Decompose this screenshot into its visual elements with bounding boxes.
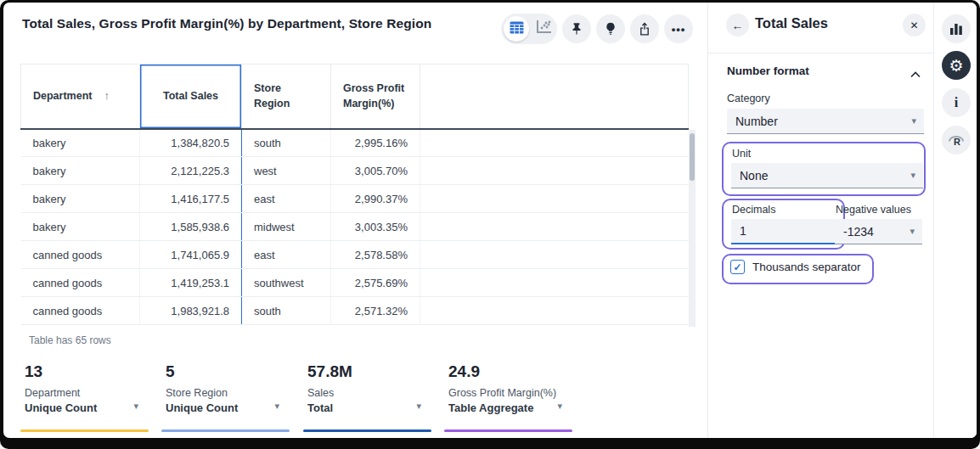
category-value: Number (735, 115, 778, 128)
scatter-chart-icon (536, 20, 551, 37)
format-panel: ← Total Sales ✕ Number format Category N… (707, 3, 934, 438)
check-icon: ✓ (733, 261, 741, 273)
app-content: Total Sales, Gross Profit Margin(%) by D… (3, 3, 977, 438)
stat-label: Gross Profit Margin(%) (444, 387, 572, 399)
stat-department: 13 Department Unique Count ▾ (20, 362, 149, 432)
stat-aggregation-dropdown[interactable]: Table Aggregate (444, 401, 572, 414)
decimals-input[interactable] (731, 219, 835, 244)
caret-down-icon[interactable]: ▾ (133, 401, 138, 412)
stat-sales: 57.8M Sales Total ▾ (303, 362, 431, 432)
lightbulb-icon (603, 21, 618, 36)
svg-text:R: R (954, 137, 960, 147)
stat-value: 5 (161, 362, 290, 381)
info-icon: i (955, 95, 958, 110)
share-button[interactable] (630, 14, 659, 43)
close-button[interactable]: ✕ (903, 14, 926, 36)
table-row: canned goods 1,983,921.8 south 2,571.32% (21, 297, 689, 325)
chart-view-button[interactable] (529, 20, 557, 37)
stat-label: Department (20, 387, 149, 399)
table-row: bakery 2,121,225.3 west 3,005.70% (21, 157, 689, 185)
caret-down-icon[interactable]: ▾ (274, 401, 279, 412)
caret-down-icon[interactable]: ▾ (416, 401, 421, 412)
table-row: bakery 1,585,938.6 midwest 3,003.35% (21, 213, 689, 241)
table-row: canned goods 1,741,065.9 east 2,578.58% (21, 241, 689, 269)
caret-down-icon: ▾ (910, 226, 915, 237)
negative-values-value: -1234 (843, 225, 874, 239)
insights-button[interactable] (596, 14, 625, 43)
table-row: bakery 1,416,177.5 east 2,990.37% (21, 185, 689, 213)
back-button[interactable]: ← (726, 14, 749, 36)
decimals-label: Decimals (732, 204, 775, 216)
unit-select[interactable]: None ▾ (731, 163, 923, 188)
r-analysis-button[interactable]: R (942, 126, 971, 154)
stat-value: 57.8M (303, 362, 431, 381)
stat-underline (303, 429, 431, 432)
table-header-row: Department↑ Total Sales Store Region Gro… (21, 65, 689, 129)
stat-aggregation-dropdown[interactable]: Unique Count (20, 401, 149, 414)
table-body: bakery 1,384,820.5 south 2,995.16% baker… (21, 129, 689, 325)
table-row: canned goods 1,419,253.1 southwest 2,575… (21, 269, 689, 297)
chart-config-button[interactable] (942, 14, 971, 43)
unit-label: Unit (732, 148, 751, 160)
gear-icon: ⚙ (949, 56, 963, 76)
stat-aggregation-dropdown[interactable]: Unique Count (161, 401, 290, 414)
stat-value: 24.9 (444, 362, 572, 381)
info-button[interactable]: i (942, 88, 971, 117)
table-row-count: Table has 65 rows (29, 334, 111, 346)
column-header-store-region[interactable]: Store Region (242, 65, 331, 129)
table-grid-icon (510, 21, 524, 37)
unit-value: None (740, 169, 768, 182)
close-icon: ✕ (910, 20, 918, 31)
column-header-department[interactable]: Department↑ (21, 65, 140, 129)
app-window: Total Sales, Gross Profit Margin(%) by D… (0, 0, 980, 449)
stat-underline (444, 429, 572, 432)
pin-button[interactable] (562, 14, 591, 43)
thousands-separator-option[interactable]: ✓ Thousands separator (730, 260, 861, 274)
answer-table: Department↑ Total Sales Store Region Gro… (20, 64, 696, 325)
section-title: Number format (727, 65, 809, 77)
table-view-button[interactable] (504, 16, 529, 42)
stat-underline (161, 429, 290, 432)
stat-underline (20, 429, 149, 432)
table-scrollbar-thumb[interactable] (690, 133, 695, 181)
stat-label: Sales (303, 387, 431, 399)
page-title: Total Sales, Gross Profit Margin(%) by D… (22, 16, 431, 31)
chevron-up-icon (910, 66, 921, 81)
ellipsis-icon: ••• (672, 23, 686, 36)
stat-value: 13 (20, 362, 149, 381)
sort-asc-icon: ↑ (104, 89, 110, 102)
r-logo-icon: R (948, 133, 965, 147)
caret-down-icon[interactable]: ▾ (557, 401, 562, 412)
column-header-gross-profit-margin[interactable]: Gross Profit Margin(%) (331, 65, 420, 129)
panel-title: Total Sales (755, 15, 828, 31)
collapse-section-button[interactable] (910, 66, 921, 81)
caret-down-icon: ▾ (911, 115, 916, 126)
pushpin-icon (569, 21, 584, 36)
view-toggle (501, 14, 557, 44)
stat-aggregation-dropdown[interactable]: Total (303, 401, 431, 414)
checkbox-checked-icon[interactable]: ✓ (730, 260, 745, 274)
column-header-total-sales[interactable]: Total Sales (140, 65, 242, 129)
stat-label: Store Region (161, 387, 290, 399)
table-scrollbar[interactable] (689, 130, 696, 327)
table-row: bakery 1,384,820.5 south 2,995.16% (21, 129, 689, 157)
column-header-empty (420, 65, 689, 129)
negative-values-select[interactable]: -1234 ▾ (835, 219, 922, 244)
gear-icon-button[interactable]: ⚙ (942, 51, 971, 80)
back-arrow-icon: ← (732, 19, 744, 32)
stat-store-region: 5 Store Region Unique Count ▾ (161, 362, 290, 432)
panel-divider (708, 53, 934, 53)
category-select[interactable]: Number ▾ (727, 109, 924, 134)
bar-chart-icon (949, 23, 963, 35)
stat-gross-profit-margin: 24.9 Gross Profit Margin(%) Table Aggreg… (444, 362, 572, 432)
negative-values-label: Negative values (836, 204, 911, 216)
more-button[interactable]: ••• (664, 14, 693, 43)
right-icon-rail: ⚙ i R (933, 3, 977, 438)
share-icon (637, 21, 652, 36)
thousands-separator-label: Thousands separator (752, 261, 861, 273)
caret-down-icon: ▾ (910, 170, 915, 181)
category-label: Category (727, 93, 770, 104)
view-toolbar: ••• (501, 14, 693, 44)
